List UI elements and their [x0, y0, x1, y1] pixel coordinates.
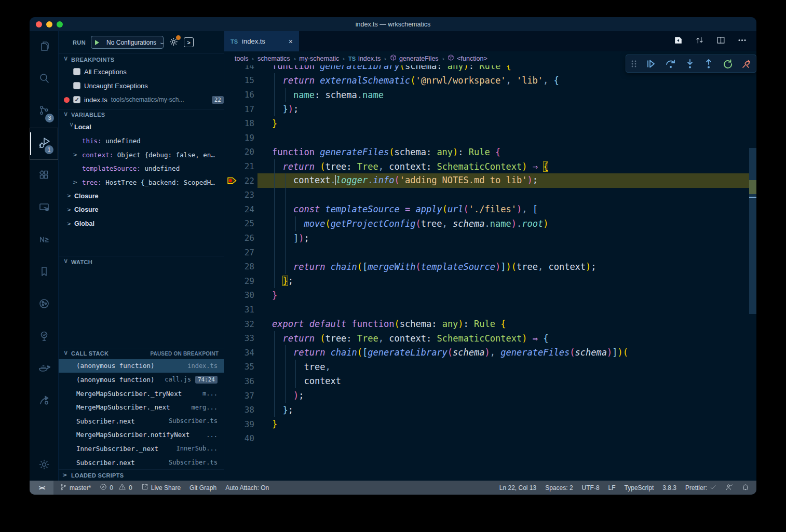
- close-window-button[interactable]: [36, 21, 42, 28]
- breadcrumb-item[interactable]: TSindex.ts: [348, 55, 381, 62]
- call-stack-frame[interactable]: Subscriber.nextSubscriber.ts: [59, 414, 224, 428]
- chevron-right-icon[interactable]: >: [73, 180, 82, 185]
- code-line[interactable]: 15 return externalSchematic('@nrwl/works…: [224, 73, 749, 88]
- code-line[interactable]: 25 move(getProjectConfig(tree, schema.na…: [224, 216, 749, 231]
- code-line[interactable]: 27: [224, 245, 749, 260]
- code-line[interactable]: 24 const templateSource = apply(url('./f…: [224, 202, 749, 217]
- variables-section-header[interactable]: > VARIABLES: [59, 109, 224, 120]
- feedback-button[interactable]: [725, 483, 733, 493]
- breadcrumb-item[interactable]: generateFiles: [390, 54, 439, 63]
- sidebar-item-nx-console[interactable]: [30, 224, 58, 256]
- call-stack-section-header[interactable]: > CALL STACK PAUSED ON BREAKPOINT: [59, 348, 224, 359]
- code-line[interactable]: 36 context: [224, 374, 749, 389]
- code-line[interactable]: 20function generateFiles(schema: any): R…: [224, 145, 749, 159]
- sidebar-item-extensions[interactable]: [30, 160, 58, 192]
- branch-indicator[interactable]: master*: [60, 483, 91, 493]
- problems-indicator[interactable]: 0 0: [100, 483, 132, 492]
- breakpoint-row[interactable]: Uncaught Exceptions: [59, 79, 224, 93]
- breakpoint-row[interactable]: ✓index.tstools/schematics/my-sch...22: [59, 93, 224, 107]
- sidebar-item-run-debug[interactable]: 1: [30, 128, 58, 160]
- disconnect-button[interactable]: [741, 59, 752, 69]
- breadcrumb-item[interactable]: <function>: [448, 54, 487, 63]
- breadcrumb-item[interactable]: tools: [235, 55, 248, 62]
- editor-scrollbar[interactable]: [749, 45, 756, 481]
- chevron-right-icon[interactable]: >: [73, 152, 82, 158]
- scope-row[interactable]: >Global: [59, 217, 224, 231]
- step-out-button[interactable]: [703, 59, 714, 69]
- breakpoint-checkbox[interactable]: [73, 82, 80, 89]
- open-changes-icon[interactable]: [673, 35, 683, 47]
- loaded-scripts-section-header[interactable]: > LOADED SCRIPTS: [59, 469, 224, 481]
- scope-row[interactable]: >Closure: [59, 189, 224, 203]
- breakpoint-checkbox[interactable]: ✓: [73, 96, 80, 103]
- live-share-button[interactable]: Live Share: [141, 483, 181, 492]
- call-stack-frame[interactable]: (anonymous function)index.ts: [59, 359, 224, 373]
- continue-button[interactable]: [646, 59, 656, 69]
- breadcrumb-item[interactable]: my-schematic: [299, 55, 339, 62]
- chevron-down-icon[interactable]: >: [69, 122, 74, 131]
- zoom-window-button[interactable]: [57, 21, 63, 28]
- indentation-indicator[interactable]: Spaces: 2: [545, 484, 573, 492]
- call-stack-frame[interactable]: MergeMapSubscriber.notifyNext...: [59, 428, 224, 442]
- scope-row[interactable]: >Local: [59, 120, 224, 134]
- chevron-right-icon[interactable]: >: [67, 207, 76, 213]
- toolbar-drag-handle[interactable]: [630, 59, 638, 69]
- start-debug-icon[interactable]: [95, 40, 99, 45]
- git-graph-button[interactable]: Git Graph: [189, 484, 216, 492]
- call-stack-frame[interactable]: InnerSubscriber._nextInnerSub...: [59, 442, 224, 456]
- chevron-right-icon[interactable]: >: [67, 193, 76, 199]
- variable-row[interactable]: this: undefined: [59, 134, 224, 148]
- sidebar-item-explorer[interactable]: [30, 31, 58, 63]
- code-line[interactable]: 32export default function(schema: any): …: [224, 317, 749, 331]
- code-line[interactable]: 17 });: [224, 102, 749, 116]
- sidebar-item-docker[interactable]: [30, 353, 58, 385]
- step-into-button[interactable]: [685, 59, 695, 69]
- launch-configuration-dropdown[interactable]: No Configurations ⌄: [91, 36, 164, 49]
- sidebar-item-bookmarks[interactable]: [30, 256, 58, 289]
- tab-index-ts[interactable]: TS index.ts ×: [224, 31, 300, 51]
- more-actions-icon[interactable]: [737, 35, 747, 47]
- sidebar-item-source-control[interactable]: 3: [30, 96, 58, 128]
- sidebar-item-testing[interactable]: [30, 321, 58, 353]
- call-stack-frame[interactable]: MergeMapSubscriber._nextmerg...: [59, 400, 224, 414]
- call-stack-frame[interactable]: (anonymous function)call.js74:24: [59, 373, 224, 387]
- code-line[interactable]: 16 name: schema.name: [224, 88, 749, 102]
- auto-attach-button[interactable]: Auto Attach: On: [225, 484, 269, 492]
- encoding-indicator[interactable]: UTF-8: [582, 484, 600, 492]
- breakpoint-checkbox[interactable]: [73, 68, 80, 75]
- breakpoints-section-header[interactable]: > BREAKPOINTS: [59, 53, 224, 65]
- language-indicator[interactable]: TypeScript: [625, 484, 654, 492]
- split-editor-icon[interactable]: [716, 35, 726, 47]
- configure-launch-button[interactable]: [169, 37, 179, 48]
- code-line[interactable]: 34 return chain([generateLibrary(schema)…: [224, 345, 749, 360]
- scrollbar-thumb[interactable]: [749, 148, 756, 314]
- sidebar-item-gitlens[interactable]: [30, 385, 58, 417]
- compare-changes-icon[interactable]: [695, 35, 704, 47]
- code-line[interactable]: 39}: [224, 417, 749, 431]
- debug-console-button[interactable]: >: [184, 37, 194, 47]
- minimize-window-button[interactable]: [46, 21, 52, 28]
- scope-row[interactable]: >Closure: [59, 203, 224, 217]
- watch-section-header[interactable]: > WATCH: [59, 256, 224, 267]
- step-over-button[interactable]: [665, 59, 676, 69]
- breadcrumb-item[interactable]: schematics: [258, 55, 290, 62]
- remote-indicator[interactable]: ><: [30, 481, 53, 495]
- code-line[interactable]: 40: [224, 431, 749, 446]
- eol-indicator[interactable]: LF: [608, 484, 616, 492]
- call-stack-frame[interactable]: Subscriber.nextSubscriber.ts: [59, 456, 224, 470]
- code-line[interactable]: 38 };: [224, 403, 749, 417]
- ts-version-indicator[interactable]: 3.8.3: [662, 484, 676, 492]
- code-line[interactable]: 31: [224, 303, 749, 317]
- code-area[interactable]: 14function generateLibrary(schema: any):…: [224, 59, 749, 446]
- code-line[interactable]: 21 return (tree: Tree, context: Schemati…: [224, 159, 749, 174]
- chevron-right-icon[interactable]: >: [67, 221, 76, 227]
- code-line[interactable]: 37 );: [224, 388, 749, 403]
- sidebar-item-git-graph[interactable]: [30, 289, 58, 321]
- code-line[interactable]: 26 ]);: [224, 231, 749, 245]
- variable-row[interactable]: >context: Object {debug: false, en…: [59, 148, 224, 162]
- code-line[interactable]: 33 return (tree: Tree, context: Schemati…: [224, 331, 749, 346]
- code-line[interactable]: 19: [224, 131, 749, 145]
- code-line[interactable]: 30}: [224, 288, 749, 303]
- code-line[interactable]: 35 tree,: [224, 360, 749, 374]
- code-line[interactable]: 23: [224, 188, 749, 202]
